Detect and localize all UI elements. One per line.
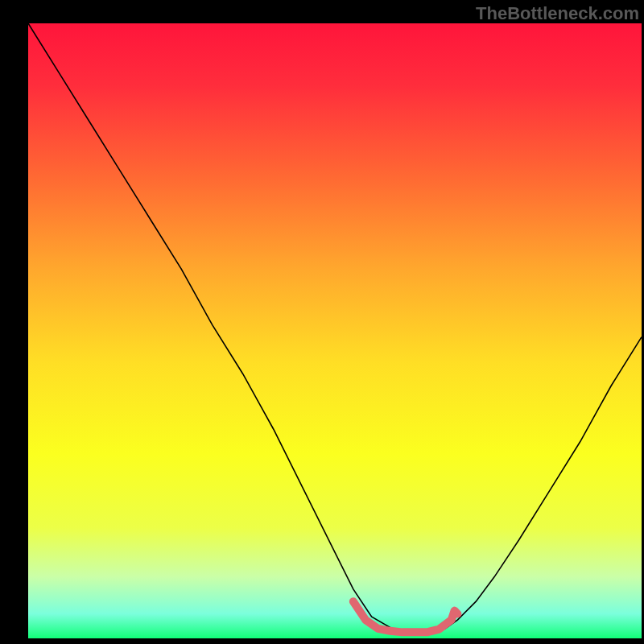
plot-background	[28, 23, 642, 638]
chart-container: TheBottleneck.com	[0, 0, 644, 644]
chart-plot	[0, 0, 644, 644]
watermark-text: TheBottleneck.com	[476, 3, 639, 24]
